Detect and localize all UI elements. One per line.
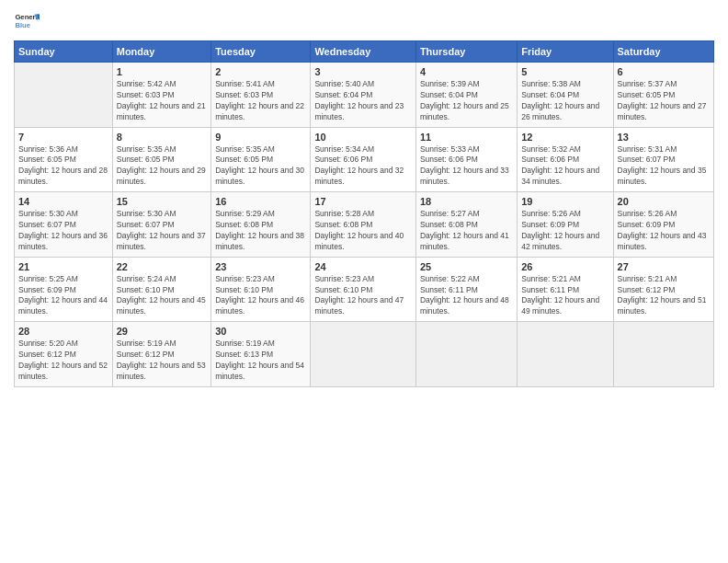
- cell-sun-info: Sunrise: 5:21 AMSunset: 6:12 PMDaylight:…: [618, 274, 710, 318]
- calendar-cell: [15, 63, 113, 128]
- calendar-cell: 27Sunrise: 5:21 AMSunset: 6:12 PMDayligh…: [613, 257, 713, 322]
- cell-sun-info: Sunrise: 5:29 AMSunset: 6:08 PMDaylight:…: [215, 209, 306, 253]
- calendar-cell: 15Sunrise: 5:30 AMSunset: 6:07 PMDayligh…: [112, 192, 210, 258]
- cell-sun-info: Sunrise: 5:36 AMSunset: 6:05 PMDaylight:…: [18, 144, 108, 189]
- calendar-cell: 21Sunrise: 5:25 AMSunset: 6:09 PMDayligh…: [15, 257, 113, 322]
- page-header: General Blue: [14, 9, 714, 35]
- cell-day-number: 7: [18, 132, 108, 143]
- calendar-cell: 24Sunrise: 5:23 AMSunset: 6:10 PMDayligh…: [311, 257, 416, 322]
- cell-day-number: 15: [117, 196, 207, 207]
- cell-day-number: 25: [420, 261, 513, 272]
- cell-day-number: 30: [215, 326, 306, 337]
- cell-sun-info: Sunrise: 5:38 AMSunset: 6:04 PMDaylight:…: [521, 79, 609, 123]
- cell-day-number: 9: [215, 132, 306, 143]
- calendar-week-row: 28Sunrise: 5:20 AMSunset: 6:12 PMDayligh…: [15, 322, 714, 387]
- cell-day-number: 18: [420, 196, 513, 207]
- cell-sun-info: Sunrise: 5:22 AMSunset: 6:11 PMDaylight:…: [420, 274, 513, 318]
- weekday-header-row: SundayMondayTuesdayWednesdayThursdayFrid…: [15, 41, 714, 63]
- cell-day-number: 12: [521, 132, 609, 143]
- weekday-header-monday: Monday: [112, 41, 210, 63]
- calendar-cell: 13Sunrise: 5:31 AMSunset: 6:07 PMDayligh…: [613, 127, 713, 192]
- calendar-cell: 18Sunrise: 5:27 AMSunset: 6:08 PMDayligh…: [415, 192, 517, 258]
- logo-icon: General Blue: [14, 9, 40, 35]
- cell-sun-info: Sunrise: 5:33 AMSunset: 6:06 PMDaylight:…: [420, 144, 513, 189]
- cell-day-number: 11: [420, 132, 513, 143]
- cell-day-number: 16: [215, 196, 306, 207]
- calendar-cell: [311, 322, 416, 387]
- cell-sun-info: Sunrise: 5:19 AMSunset: 6:13 PMDaylight:…: [215, 339, 306, 383]
- weekday-header-sunday: Sunday: [15, 41, 113, 63]
- cell-day-number: 13: [618, 132, 710, 143]
- cell-sun-info: Sunrise: 5:23 AMSunset: 6:10 PMDaylight:…: [314, 274, 412, 318]
- cell-sun-info: Sunrise: 5:40 AMSunset: 6:04 PMDaylight:…: [314, 79, 412, 123]
- weekday-header-tuesday: Tuesday: [211, 41, 311, 63]
- calendar-cell: 12Sunrise: 5:32 AMSunset: 6:06 PMDayligh…: [518, 127, 613, 192]
- cell-sun-info: Sunrise: 5:26 AMSunset: 6:09 PMDaylight:…: [618, 209, 710, 253]
- cell-day-number: 20: [618, 196, 710, 207]
- cell-day-number: 27: [618, 261, 710, 272]
- cell-day-number: 21: [18, 261, 108, 272]
- calendar-week-row: 1Sunrise: 5:42 AMSunset: 6:03 PMDaylight…: [15, 63, 714, 128]
- cell-day-number: 2: [215, 66, 306, 77]
- calendar-cell: [518, 322, 613, 387]
- calendar-cell: 19Sunrise: 5:26 AMSunset: 6:09 PMDayligh…: [518, 192, 613, 258]
- cell-sun-info: Sunrise: 5:21 AMSunset: 6:11 PMDaylight:…: [521, 274, 609, 318]
- cell-sun-info: Sunrise: 5:20 AMSunset: 6:12 PMDaylight:…: [18, 339, 108, 383]
- calendar-cell: 8Sunrise: 5:35 AMSunset: 6:05 PMDaylight…: [112, 127, 210, 192]
- calendar-cell: 6Sunrise: 5:37 AMSunset: 6:05 PMDaylight…: [613, 63, 713, 128]
- calendar-cell: 10Sunrise: 5:34 AMSunset: 6:06 PMDayligh…: [311, 127, 416, 192]
- calendar-cell: 1Sunrise: 5:42 AMSunset: 6:03 PMDaylight…: [112, 63, 210, 128]
- cell-sun-info: Sunrise: 5:28 AMSunset: 6:08 PMDaylight:…: [314, 209, 412, 253]
- cell-sun-info: Sunrise: 5:32 AMSunset: 6:06 PMDaylight:…: [521, 144, 609, 189]
- calendar-cell: 16Sunrise: 5:29 AMSunset: 6:08 PMDayligh…: [211, 192, 311, 258]
- cell-day-number: 8: [117, 132, 207, 143]
- cell-sun-info: Sunrise: 5:19 AMSunset: 6:12 PMDaylight:…: [117, 339, 207, 383]
- weekday-header-wednesday: Wednesday: [311, 41, 416, 63]
- cell-day-number: 4: [420, 66, 513, 77]
- calendar-cell: 7Sunrise: 5:36 AMSunset: 6:05 PMDaylight…: [15, 127, 113, 192]
- calendar-cell: 26Sunrise: 5:21 AMSunset: 6:11 PMDayligh…: [518, 257, 613, 322]
- cell-sun-info: Sunrise: 5:27 AMSunset: 6:08 PMDaylight:…: [420, 209, 513, 253]
- calendar-cell: 29Sunrise: 5:19 AMSunset: 6:12 PMDayligh…: [112, 322, 210, 387]
- cell-day-number: 3: [314, 66, 412, 77]
- cell-day-number: 17: [314, 196, 412, 207]
- cell-day-number: 29: [117, 326, 207, 337]
- cell-day-number: 10: [314, 132, 412, 143]
- calendar-cell: 20Sunrise: 5:26 AMSunset: 6:09 PMDayligh…: [613, 192, 713, 258]
- cell-sun-info: Sunrise: 5:37 AMSunset: 6:05 PMDaylight:…: [618, 79, 710, 123]
- cell-sun-info: Sunrise: 5:24 AMSunset: 6:10 PMDaylight:…: [117, 274, 207, 318]
- cell-day-number: 5: [521, 66, 609, 77]
- cell-sun-info: Sunrise: 5:26 AMSunset: 6:09 PMDaylight:…: [521, 209, 609, 253]
- cell-sun-info: Sunrise: 5:35 AMSunset: 6:05 PMDaylight:…: [215, 144, 306, 189]
- cell-sun-info: Sunrise: 5:42 AMSunset: 6:03 PMDaylight:…: [117, 79, 207, 123]
- calendar-cell: 3Sunrise: 5:40 AMSunset: 6:04 PMDaylight…: [311, 63, 416, 128]
- cell-day-number: 28: [18, 326, 108, 337]
- cell-day-number: 24: [314, 261, 412, 272]
- calendar-cell: 14Sunrise: 5:30 AMSunset: 6:07 PMDayligh…: [15, 192, 113, 258]
- cell-day-number: 6: [618, 66, 710, 77]
- page-container: General Blue SundayMondayTuesdayWednesda…: [0, 0, 728, 563]
- cell-day-number: 23: [215, 261, 306, 272]
- calendar-week-row: 21Sunrise: 5:25 AMSunset: 6:09 PMDayligh…: [15, 257, 714, 322]
- logo: General Blue: [14, 9, 40, 35]
- cell-sun-info: Sunrise: 5:31 AMSunset: 6:07 PMDaylight:…: [618, 144, 710, 189]
- calendar-week-row: 7Sunrise: 5:36 AMSunset: 6:05 PMDaylight…: [15, 127, 714, 192]
- calendar-cell: 9Sunrise: 5:35 AMSunset: 6:05 PMDaylight…: [211, 127, 311, 192]
- calendar-cell: 5Sunrise: 5:38 AMSunset: 6:04 PMDaylight…: [518, 63, 613, 128]
- calendar-cell: 28Sunrise: 5:20 AMSunset: 6:12 PMDayligh…: [15, 322, 113, 387]
- cell-sun-info: Sunrise: 5:30 AMSunset: 6:07 PMDaylight:…: [18, 209, 108, 253]
- calendar-cell: 30Sunrise: 5:19 AMSunset: 6:13 PMDayligh…: [211, 322, 311, 387]
- calendar-week-row: 14Sunrise: 5:30 AMSunset: 6:07 PMDayligh…: [15, 192, 714, 258]
- cell-day-number: 1: [117, 66, 207, 77]
- cell-day-number: 14: [18, 196, 108, 207]
- cell-sun-info: Sunrise: 5:25 AMSunset: 6:09 PMDaylight:…: [18, 274, 108, 318]
- cell-day-number: 22: [117, 261, 207, 272]
- cell-sun-info: Sunrise: 5:39 AMSunset: 6:04 PMDaylight:…: [420, 79, 513, 123]
- calendar-cell: 4Sunrise: 5:39 AMSunset: 6:04 PMDaylight…: [415, 63, 517, 128]
- calendar-cell: 22Sunrise: 5:24 AMSunset: 6:10 PMDayligh…: [112, 257, 210, 322]
- weekday-header-thursday: Thursday: [415, 41, 517, 63]
- calendar-cell: 17Sunrise: 5:28 AMSunset: 6:08 PMDayligh…: [311, 192, 416, 258]
- cell-sun-info: Sunrise: 5:35 AMSunset: 6:05 PMDaylight:…: [117, 144, 207, 189]
- svg-text:Blue: Blue: [15, 21, 30, 29]
- cell-sun-info: Sunrise: 5:34 AMSunset: 6:06 PMDaylight:…: [314, 144, 412, 189]
